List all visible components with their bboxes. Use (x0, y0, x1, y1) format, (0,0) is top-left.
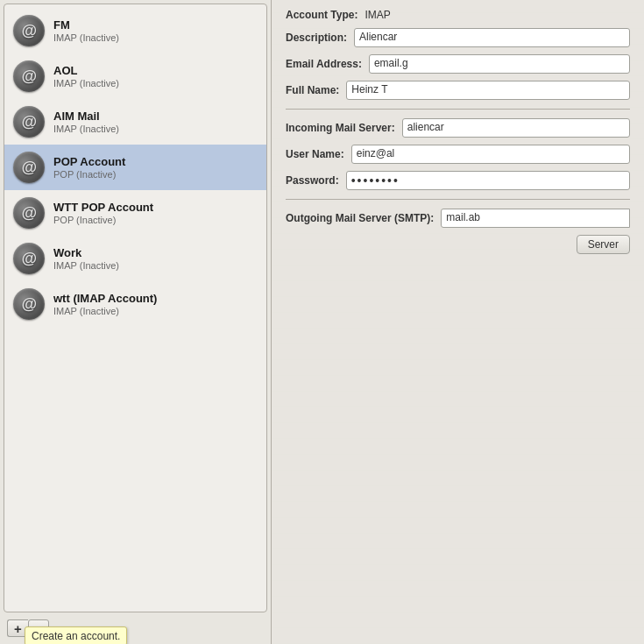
detail-panel: Account Type: IMAP Description: Aliencar… (272, 0, 644, 644)
create-account-tooltip: Create an account. (25, 626, 127, 644)
email-row: Email Address: email.g (286, 54, 630, 74)
incoming-server-row: Incoming Mail Server: aliencar (286, 118, 630, 138)
account-name: WTT POP Account (53, 201, 153, 214)
username-row: User Name: einz@al (286, 145, 630, 164)
smtp-label: Outgoing Mail Server (SMTP): (286, 212, 434, 224)
username-label: User Name: (286, 148, 344, 160)
smtp-input[interactable]: mail.ab (441, 209, 630, 228)
account-item[interactable]: wtt (IMAP Account)IMAP (Inactive) (4, 281, 266, 327)
fullname-label: Full Name: (286, 84, 339, 96)
main-container: FMIMAP (Inactive)AOLIMAP (Inactive)AIM M… (0, 0, 644, 644)
account-type-row: Account Type: IMAP (286, 9, 630, 21)
account-item[interactable]: AOLIMAP (Inactive) (4, 53, 266, 99)
account-at-icon (13, 152, 45, 183)
account-type-label: Account Type: (286, 9, 357, 21)
email-input[interactable]: email.g (369, 54, 630, 74)
password-input[interactable]: •••••••• (346, 171, 630, 190)
sidebar-toolbar: + − Create an account. (0, 616, 271, 644)
account-at-icon (13, 243, 45, 274)
account-item[interactable]: WTT POP AccountPOP (Inactive) (4, 190, 266, 236)
detail-overlay: Account Type: IMAP Description: Aliencar… (272, 0, 644, 644)
server-button-row: Server (286, 235, 630, 254)
account-type-badge: IMAP (Inactive) (53, 78, 119, 88)
divider-2 (286, 199, 630, 200)
password-row: Password: •••••••• (286, 171, 630, 190)
email-label: Email Address: (286, 58, 362, 70)
account-item[interactable]: FMIMAP (Inactive) (4, 8, 266, 53)
account-list[interactable]: FMIMAP (Inactive)AOLIMAP (Inactive)AIM M… (4, 4, 267, 612)
account-name: FM (53, 18, 119, 32)
smtp-row: Outgoing Mail Server (SMTP): mail.ab (286, 209, 630, 228)
description-input[interactable]: Aliencar (354, 28, 630, 47)
account-name: POP Account (53, 155, 125, 168)
sidebar: FMIMAP (Inactive)AOLIMAP (Inactive)AIM M… (0, 0, 272, 644)
account-item[interactable]: AIM MailIMAP (Inactive) (4, 99, 266, 145)
divider-1 (286, 109, 630, 110)
account-type-badge: POP (Inactive) (53, 215, 153, 225)
username-input[interactable]: einz@al (351, 145, 630, 164)
password-label: Password: (286, 174, 339, 187)
account-name: wtt (IMAP Account) (53, 292, 157, 305)
server-settings-button[interactable]: Server (577, 235, 630, 254)
account-type-badge: IMAP (Inactive) (53, 260, 119, 271)
account-type-value: IMAP (364, 9, 630, 21)
fullname-row: Full Name: Heinz T (286, 81, 630, 100)
account-at-icon (13, 288, 45, 320)
account-type-badge: POP (Inactive) (53, 169, 125, 180)
account-name: AIM Mail (53, 110, 119, 123)
account-type-badge: IMAP (Inactive) (53, 124, 119, 134)
incoming-server-label: Incoming Mail Server: (286, 122, 395, 134)
account-name: Work (53, 246, 119, 259)
account-at-icon (13, 197, 45, 229)
account-item[interactable]: WorkIMAP (Inactive) (4, 236, 266, 281)
account-at-icon (13, 106, 45, 138)
description-row: Description: Aliencar (286, 28, 630, 47)
account-at-icon (13, 15, 45, 46)
fullname-input[interactable]: Heinz T (346, 81, 630, 100)
account-type-badge: IMAP (Inactive) (53, 306, 157, 316)
account-at-icon (13, 60, 45, 92)
account-item[interactable]: POP AccountPOP (Inactive) (4, 145, 266, 190)
account-name: AOL (53, 64, 119, 77)
incoming-server-input[interactable]: aliencar (402, 118, 630, 138)
description-label: Description: (286, 32, 347, 44)
account-type-badge: IMAP (Inactive) (53, 32, 119, 43)
